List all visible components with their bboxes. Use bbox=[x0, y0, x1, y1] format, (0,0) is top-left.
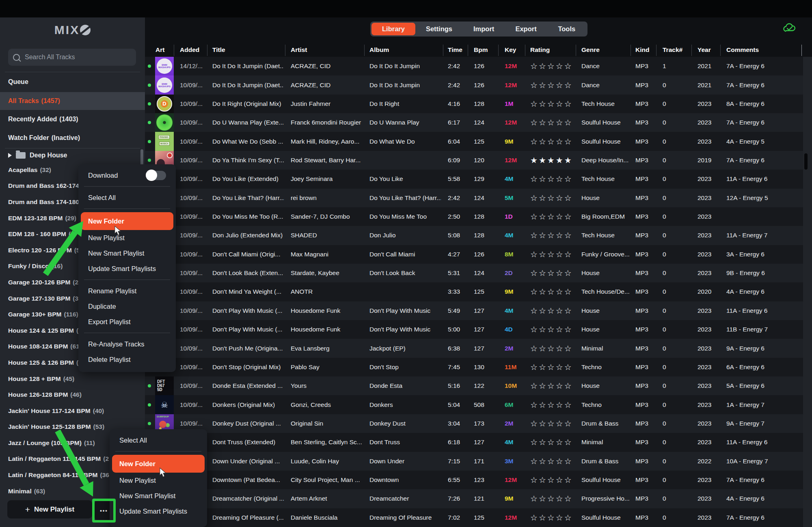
cell-bpm: 130 bbox=[474, 364, 490, 371]
column-header-rating[interactable]: Rating bbox=[530, 46, 550, 54]
table-row[interactable]: 10/09/...Don't Call Miami (Origi...Max M… bbox=[145, 245, 812, 264]
menu-item-duplicate[interactable]: Duplicate bbox=[78, 299, 176, 314]
table-row[interactable]: 10/09/...Downtown (Pat Bedea...City Soul… bbox=[145, 471, 812, 489]
cell-time: 5:16 bbox=[448, 382, 460, 389]
toggle-knob bbox=[146, 170, 157, 181]
table-row[interactable]: ☠10/09/...Donkers (Original Mix)Gonzi, C… bbox=[145, 395, 812, 414]
tab-tools[interactable]: Tools bbox=[547, 23, 586, 35]
playlist-name: Drum and Bass 162-174 bbox=[8, 182, 79, 189]
menu-item-re-analyse-tracks[interactable]: Re-Analyse Tracks bbox=[78, 336, 176, 352]
table-row[interactable]: 10/09/...Don't Play With Music (...House… bbox=[145, 301, 812, 320]
sidebar-item-all-tracks[interactable]: All Tracks(1457) bbox=[0, 92, 145, 110]
column-header-title[interactable]: Title bbox=[212, 46, 225, 54]
cell-added: 10/09/... bbox=[180, 345, 203, 352]
table-row[interactable]: 10/09/...Don't Stop (Original Mix)Pablo … bbox=[145, 358, 812, 376]
column-header-artist[interactable]: Artist bbox=[291, 46, 307, 54]
column-header-kind[interactable]: Kind bbox=[635, 46, 649, 54]
menu-item-label: New Folder bbox=[119, 460, 155, 468]
column-header-added[interactable]: Added bbox=[180, 46, 199, 54]
menu-item-select-all[interactable]: Select All bbox=[110, 432, 207, 448]
column-header-album[interactable]: Album bbox=[369, 46, 389, 54]
table-row[interactable]: GURFDUP10/09/...Donkey Dust (Original ..… bbox=[145, 414, 812, 433]
menu-item-update-smart-playlists[interactable]: Update Smart Playlists bbox=[78, 261, 176, 276]
sidebar-item-watch-folder[interactable]: Watch Folder(Inactive) bbox=[0, 129, 145, 147]
rating-stars: ☆☆☆☆☆ bbox=[530, 230, 573, 240]
column-separator bbox=[525, 45, 525, 56]
column-separator bbox=[576, 45, 576, 56]
menu-item-delete-playlist[interactable]: Delete Playlist bbox=[78, 352, 176, 367]
table-row[interactable]: 10/09/...Don't Look Back (Exten...Starda… bbox=[145, 264, 812, 282]
table-row[interactable]: 10/09/...Dreamcatcher (Original ...Artem… bbox=[145, 489, 812, 508]
menu-item-new-folder[interactable]: New Folder bbox=[81, 212, 173, 230]
playlist-name: House 126-128 BPM bbox=[8, 391, 68, 398]
table-row[interactable]: 10/09/...Do U Wanna Play (Exte...Franck … bbox=[145, 113, 812, 132]
tab-export[interactable]: Export bbox=[505, 23, 547, 35]
search-input[interactable]: Search All Tracks bbox=[8, 49, 136, 66]
cell-album: Do You Like bbox=[369, 175, 441, 183]
column-header-track[interactable]: Track# bbox=[663, 46, 682, 54]
table-scrollbar[interactable] bbox=[804, 153, 808, 170]
cell-added: 10/09/... bbox=[180, 420, 203, 427]
table-row[interactable]: 10/09/...Do Ya Think I'm Sexy (T...Rod S… bbox=[145, 151, 812, 170]
table-row[interactable]: PANAMAMUSICA10/09/...Do What We Do (Sebb… bbox=[145, 132, 812, 151]
table-row[interactable]: 10/09/...Don't Mind Ya Weight (...ANOTR3… bbox=[145, 282, 812, 301]
mixo-logo: MIX bbox=[0, 23, 145, 37]
column-header-art[interactable]: Art bbox=[155, 46, 164, 54]
cell-album: Downtown bbox=[369, 476, 441, 484]
table-row[interactable]: BNMMASHUPS10/09/...Do It Do It Jumpin (D… bbox=[145, 75, 812, 94]
playlist-context-menu: DownloadSelect AllNew FolderNew Playlist… bbox=[78, 164, 176, 372]
menu-item-new-smart-playlist[interactable]: New Smart Playlist bbox=[78, 245, 176, 261]
column-header-time[interactable]: Time bbox=[448, 46, 462, 54]
menu-item-export-playlist[interactable]: Export Playlist bbox=[78, 314, 176, 329]
table-row[interactable]: 10/09/...Dreaming Of Pleasure (...Daniel… bbox=[145, 508, 812, 527]
cloud-sync-icon[interactable] bbox=[782, 22, 798, 36]
sidebar-item-recently-added[interactable]: Recently Added(1403) bbox=[0, 110, 145, 129]
menu-item-download[interactable]: Download bbox=[78, 168, 176, 183]
menu-item-new-smart-playlist[interactable]: New Smart Playlist bbox=[110, 488, 207, 503]
sidebar-item-queue[interactable]: Queue bbox=[0, 73, 145, 91]
cell-bpm: 128 bbox=[474, 213, 490, 220]
table-row[interactable]: 10/09/...Dont Truss (Extended)Ben Sterli… bbox=[145, 433, 812, 452]
table-row[interactable]: 10/09/...Don Julio (Extended Mix)SHADEDD… bbox=[145, 226, 812, 245]
table-row[interactable]: 10/09/...Do You Like That? (Harr...rei b… bbox=[145, 189, 812, 207]
table-row[interactable]: 10/09/...Do You Like (Extended)Joey Semi… bbox=[145, 170, 812, 188]
table-row[interactable]: BNMMASHUPS14/12/...Do It Do It Jumpin (D… bbox=[145, 57, 812, 75]
cell-key: 12M bbox=[505, 476, 517, 484]
playlist-name: House 125 & 126 BPM bbox=[8, 359, 74, 366]
menu-item-rename-playlist[interactable]: Rename Playlist bbox=[78, 283, 176, 299]
menu-item-select-all[interactable]: Select All bbox=[78, 190, 176, 205]
tab-import[interactable]: Import bbox=[463, 23, 505, 35]
column-header-bpm[interactable]: Bpm bbox=[474, 46, 488, 54]
table-row[interactable]: 10/09/...Do You Miss Me Too (R...Sander-… bbox=[145, 207, 812, 226]
cell-title: Don Julio (Extended Mix) bbox=[212, 232, 284, 239]
table-row[interactable]: 10/09/...Don't Push Me (Origina...Eva La… bbox=[145, 339, 812, 357]
download-toggle[interactable] bbox=[147, 171, 166, 180]
table-row[interactable]: 10/09/...Don't Play With Music (...House… bbox=[145, 320, 812, 339]
cell-track: 0 bbox=[663, 288, 666, 295]
cell-title: Do It Right (Original Mix) bbox=[212, 100, 284, 108]
cell-key: 4M bbox=[505, 175, 514, 183]
cell-album: Don't Play With Music bbox=[369, 307, 441, 314]
cell-kind: MP3 bbox=[635, 495, 648, 502]
menu-item-new-playlist[interactable]: New Playlist bbox=[78, 230, 176, 245]
column-header-genre[interactable]: Genre bbox=[581, 46, 600, 54]
expand-triangle-icon[interactable] bbox=[8, 153, 12, 158]
menu-item-update-smart-playlists[interactable]: Update Smart Playlists bbox=[110, 503, 207, 519]
sidebar-playlist-item[interactable]: House 128 + BPM(45) bbox=[0, 371, 145, 387]
track-status-dot-icon bbox=[148, 84, 151, 87]
mixo-logo-o-icon bbox=[80, 25, 91, 35]
tab-settings[interactable]: Settings bbox=[415, 23, 463, 35]
new-playlist-button[interactable]: + New Playlist bbox=[7, 500, 92, 518]
playlist-count: (16) bbox=[52, 262, 63, 270]
column-header-comments[interactable]: Comments bbox=[726, 46, 759, 54]
sidebar-playlist-item[interactable]: House 126-128 BPM(46) bbox=[0, 387, 145, 403]
column-header-year[interactable]: Year bbox=[698, 46, 711, 54]
table-row[interactable]: 10/09/...Down Under (Original ...Luude, … bbox=[145, 452, 812, 471]
column-header-key[interactable]: Key bbox=[505, 46, 516, 54]
cell-bpm: 127 bbox=[474, 326, 490, 333]
sidebar-playlist-item[interactable]: Jackin' House 117-124 BPM(40) bbox=[0, 403, 145, 419]
table-row[interactable]: DFTD675D10/09/...Donde Esta (Extended ..… bbox=[145, 376, 812, 395]
cell-added: 14/12/... bbox=[180, 62, 203, 70]
tab-library[interactable]: Library bbox=[371, 23, 415, 35]
table-row[interactable]: D10/09/...Do It Right (Original Mix)Just… bbox=[145, 95, 812, 113]
